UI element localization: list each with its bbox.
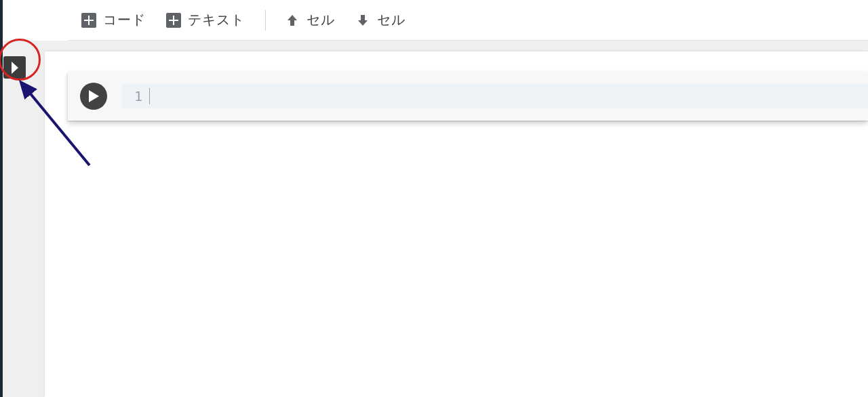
move-cell-up-button[interactable]: セル	[281, 8, 339, 32]
add-text-label: テキスト	[188, 11, 245, 29]
arrow-up-icon	[285, 13, 300, 28]
run-cell-button[interactable]	[80, 83, 107, 110]
add-text-cell-button[interactable]: テキスト	[162, 8, 249, 32]
play-icon	[88, 90, 99, 102]
code-editor[interactable]: 1	[122, 84, 868, 108]
header-toolbar: コード テキスト セル セル	[68, 0, 868, 41]
text-cursor	[149, 88, 150, 104]
move-down-label: セル	[377, 11, 406, 29]
toolbar-separator	[265, 10, 266, 30]
code-cell[interactable]: 1	[68, 72, 868, 121]
left-rail	[3, 41, 45, 397]
expand-sidebar-button[interactable]	[3, 56, 26, 79]
add-code-label: コード	[103, 11, 146, 29]
arrow-down-icon	[355, 13, 370, 28]
line-number: 1	[122, 88, 149, 104]
chevron-right-icon	[10, 61, 20, 75]
plus-icon	[166, 13, 181, 28]
move-up-label: セル	[307, 11, 335, 29]
plus-icon	[81, 13, 96, 28]
add-code-cell-button[interactable]: コード	[77, 8, 150, 32]
move-cell-down-button[interactable]: セル	[351, 8, 410, 32]
